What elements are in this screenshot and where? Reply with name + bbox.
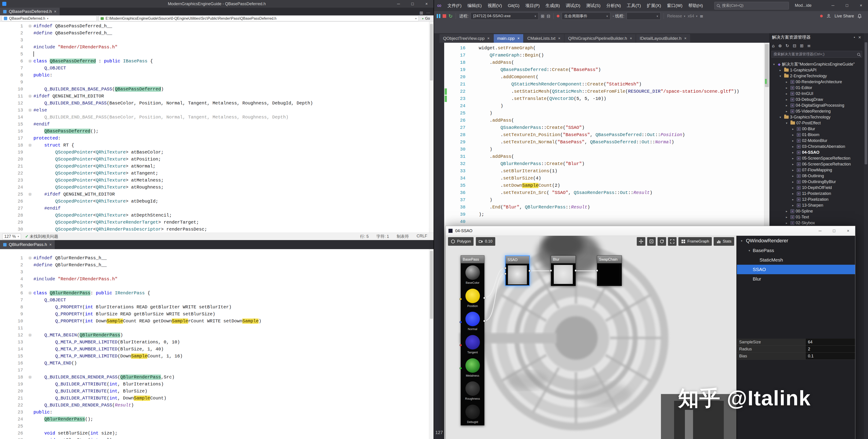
tree-item[interactable]: ▸10-DepthOfField xyxy=(770,185,868,191)
basepass-output-metalness[interactable]: Metalness xyxy=(461,356,484,379)
frame-select-button[interactable] xyxy=(647,237,656,246)
lifecycle-events-dropdown[interactable]: 生命周期事件 xyxy=(562,12,610,20)
document-tab[interactable]: QRhiGraphicsPipelineBuilder.h× xyxy=(564,34,636,43)
chevron-right-icon[interactable]: ▸ xyxy=(790,139,796,143)
process-dropdown[interactable]: [24712] 04-SSAO.exe xyxy=(471,12,538,20)
fold-icon[interactable]: ⊟ xyxy=(27,254,33,261)
chevron-right-icon[interactable]: ▸ xyxy=(790,168,796,172)
fold-icon[interactable]: ⊟ xyxy=(27,289,33,296)
tree-item[interactable]: ▸02-ImGUI xyxy=(770,91,868,96)
properties-icon[interactable] xyxy=(807,43,811,48)
basepass-output-position[interactable]: Position xyxy=(461,287,484,310)
tree-item[interactable]: ▾解决方案"ModernGraphicsEngineGuide" xyxy=(770,61,868,67)
chevron-right-icon[interactable]: ▸ xyxy=(790,180,796,184)
fold-icon[interactable]: ⊟ xyxy=(27,58,33,65)
menu-item[interactable]: 分析(N) xyxy=(603,0,624,11)
chevron-down-icon[interactable]: ▾ xyxy=(778,74,783,78)
tree-item[interactable]: ▸06-ScreenSpaceRefraction xyxy=(770,161,868,167)
tree-item[interactable]: ▸04-SSAO xyxy=(770,150,868,155)
platform-dropdown[interactable]: x64 xyxy=(688,14,698,19)
tree-item[interactable]: ▸00-Spline xyxy=(770,208,868,214)
scrollbar-thumb[interactable] xyxy=(865,42,867,164)
move-tool-button[interactable] xyxy=(637,237,645,246)
tree-item[interactable]: ▸00-RenderingArchitecture xyxy=(770,79,868,85)
stop-debug-icon[interactable] xyxy=(442,14,446,18)
property-value-field[interactable]: 2 xyxy=(805,346,855,352)
show-all-files-icon[interactable] xyxy=(800,43,804,48)
pin-tangent[interactable] xyxy=(460,344,462,346)
minimize-icon[interactable]: ─ xyxy=(813,226,827,236)
tree-item[interactable]: ▸01-Text xyxy=(770,214,868,220)
close-tab-icon[interactable]: × xyxy=(49,242,52,247)
chevron-right-icon[interactable]: ▸ xyxy=(784,210,789,213)
tree-item[interactable]: ▸12-Pixelization xyxy=(770,196,868,202)
document-tab[interactable]: main.cpp× xyxy=(494,34,523,43)
tree-item[interactable]: ▸1-GraphicsAPI xyxy=(770,67,868,73)
chevron-right-icon[interactable]: ▸ xyxy=(790,192,796,195)
close-tab-icon[interactable]: × xyxy=(487,36,490,41)
fold-icon[interactable]: ⊟ xyxy=(27,107,33,114)
close-tab-icon[interactable]: × xyxy=(630,36,632,41)
document-tab[interactable]: QObjectTreeView.cpp× xyxy=(439,34,493,43)
scrollbar[interactable] xyxy=(864,33,868,439)
document-tab[interactable]: CMakeLists.txt× xyxy=(524,34,564,43)
titlebar[interactable]: 04-SSAO ─ □ × xyxy=(446,226,855,236)
chevron-right-icon[interactable]: ▸ xyxy=(790,133,796,136)
tree-item[interactable]: ▸04-DigitalSignalProcessing xyxy=(770,102,868,108)
chevron-right-icon[interactable]: ▸ xyxy=(790,157,796,160)
file-selector[interactable]: QBasePassDeferred.h ▾ xyxy=(2,16,97,21)
basepass-output-roughness[interactable]: Roughness xyxy=(461,379,484,403)
tab-qblurrenderpass[interactable]: QBlurRenderPass.h × xyxy=(0,240,55,249)
quick-search-box[interactable]: 搜索(Ctrl+Q) xyxy=(714,2,789,9)
pin-out[interactable] xyxy=(483,320,486,322)
document-tab[interactable]: IDetailLayoutBuilder.h× xyxy=(636,34,690,43)
refresh-icon[interactable] xyxy=(785,43,789,48)
chevron-right-icon[interactable]: ▸ xyxy=(784,98,789,101)
basepass-output-basecolor[interactable]: BaseColor xyxy=(461,263,484,287)
menu-item[interactable]: Git(G) xyxy=(505,0,522,11)
editor-qbasepassdeferred[interactable]: 1⊟#ifndef QBasePassDeferred_h__2#define … xyxy=(0,22,434,232)
tree-item[interactable]: ▸11-Posterization xyxy=(770,191,868,196)
chevron-down-icon[interactable]: ▾ xyxy=(778,116,783,119)
fold-icon[interactable]: ⊟ xyxy=(27,142,33,149)
tree-item[interactable]: ▸09-OutliningByBlur xyxy=(770,179,868,185)
tree-item[interactable]: ▸03-ChromaticAberration xyxy=(770,144,868,150)
chevron-right-icon[interactable]: ▸ xyxy=(790,198,796,201)
pin-out[interactable] xyxy=(528,270,531,272)
scrollbar-thumb[interactable] xyxy=(430,251,433,319)
tree-item[interactable]: ▾2-EngineTechnology xyxy=(770,73,868,79)
chevron-right-icon[interactable]: ▸ xyxy=(790,174,796,178)
tree-item[interactable]: ▸13-Sharpen xyxy=(770,202,868,208)
stats-button[interactable]: Stats xyxy=(714,237,734,246)
chevron-right-icon[interactable]: ▸ xyxy=(790,145,796,148)
pause-debug-icon[interactable] xyxy=(437,14,440,18)
configuration-dropdown[interactable]: Release xyxy=(667,14,685,19)
tree-item[interactable]: ▸02-MotionBlur xyxy=(770,138,868,144)
camera-speed-button[interactable]: 0.10 xyxy=(476,237,495,246)
home-icon[interactable] xyxy=(772,43,775,48)
tree-item[interactable]: ▸01-Editor xyxy=(770,85,868,91)
tree-item[interactable]: ▾3-GraphicsTechnology xyxy=(770,114,868,120)
pin-in[interactable] xyxy=(550,270,552,272)
maximize-icon[interactable]: □ xyxy=(827,226,841,236)
menu-item[interactable]: 工具(T) xyxy=(624,0,644,11)
pin-out[interactable] xyxy=(483,297,486,299)
renderer-item-basepass[interactable]: ▾BasePass xyxy=(737,246,855,255)
go-button[interactable]: ▸ Go xyxy=(421,17,432,21)
menu-item[interactable]: 帮助(H) xyxy=(685,0,706,11)
chevron-right-icon[interactable]: ▸ xyxy=(790,204,796,207)
split-editor-icon[interactable] xyxy=(420,10,423,15)
fold-icon[interactable]: ⊟ xyxy=(27,93,33,100)
restart-debug-icon[interactable]: ↻ xyxy=(448,13,453,19)
tab-qbasepassdeferred[interactable]: QBasePassDeferred.h × xyxy=(0,8,60,15)
chevron-right-icon[interactable]: ▸ xyxy=(790,162,796,166)
pin-in[interactable] xyxy=(504,273,506,275)
menu-item[interactable]: 编辑(E) xyxy=(465,0,485,11)
line-indicator[interactable]: 行: 5 xyxy=(360,234,369,239)
chevron-right-icon[interactable]: ▸ xyxy=(784,92,789,95)
maximize-icon[interactable]: □ xyxy=(405,0,420,8)
bell-icon[interactable] xyxy=(858,14,862,18)
polygon-mode-button[interactable]: Polygon xyxy=(448,237,473,246)
chevron-right-icon[interactable]: ▸ xyxy=(784,221,789,225)
add-icon[interactable] xyxy=(778,43,782,48)
